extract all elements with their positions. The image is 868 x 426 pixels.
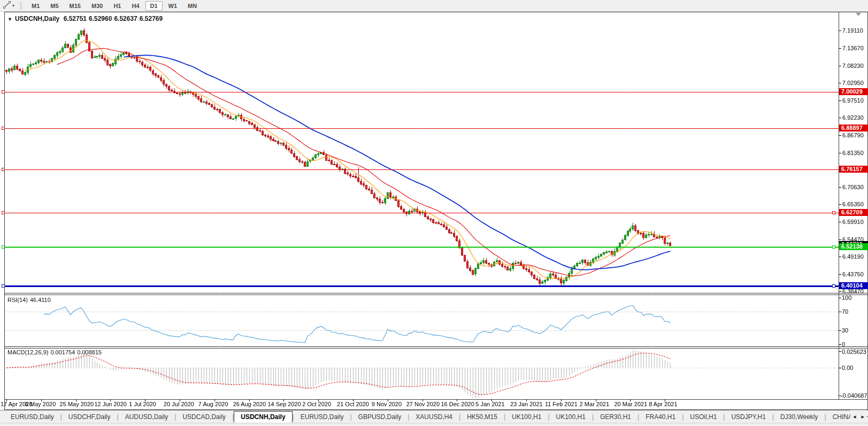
macd-axis-tick-zero: 0.00 bbox=[842, 365, 853, 371]
ohlc-close: 6.52769 bbox=[140, 15, 163, 22]
price-axis-tick: 6.97510 bbox=[842, 97, 864, 104]
date-axis-label: 6 May 2020 bbox=[25, 401, 56, 407]
chart-tab-ger30-h1[interactable]: GER30,H1 bbox=[594, 412, 637, 422]
chart-tabs: EURUSD,Daily|USDCHF,Daily|AUDUSD,Daily|U… bbox=[0, 410, 868, 423]
date-axis-label: 12 Jun 2020 bbox=[94, 401, 127, 407]
macd-signal-value: 0.008815 bbox=[77, 349, 102, 355]
level-price-label: 6.52138 bbox=[839, 243, 868, 250]
rsi-axis-tick: 70 bbox=[842, 308, 848, 315]
timeframe-button-w1[interactable]: W1 bbox=[164, 1, 182, 11]
chart-shift-marker[interactable] bbox=[856, 13, 861, 16]
chart-tab-eurusd-daily[interactable]: EURUSD,Daily bbox=[4, 412, 60, 422]
date-axis-label: 16 Dec 2020 bbox=[441, 401, 474, 407]
price-axis-tick: 6.59910 bbox=[842, 219, 864, 225]
level-price-label: 6.88897 bbox=[839, 125, 868, 131]
level-price-label: 7.00029 bbox=[839, 88, 868, 95]
timeframe-button-h4[interactable]: H4 bbox=[127, 1, 144, 11]
chart-title: ▼USDCNH,Daily 6.527516.529606.526376.527… bbox=[7, 15, 165, 22]
chart-tab-usoil-h1[interactable]: USOil,H1 bbox=[683, 412, 723, 422]
timeframe-button-m5[interactable]: M5 bbox=[45, 1, 63, 11]
price-axis-tick: 6.86790 bbox=[842, 132, 864, 138]
symbol-label: USDCNH,Daily bbox=[15, 15, 59, 22]
level-price-label: 6.76157 bbox=[839, 166, 868, 173]
timeframe-buttons: M1M5M15M30H1H4D1W1MN bbox=[26, 1, 202, 11]
rsi-name: RSI(14) bbox=[7, 297, 28, 303]
date-axis-label: 20 Jul 2020 bbox=[164, 401, 194, 407]
ohlc-low: 6.52637 bbox=[114, 15, 137, 22]
rsi-axis-tick: 30 bbox=[842, 327, 848, 334]
date-axis-label: 11 Feb 2021 bbox=[545, 401, 578, 407]
chart-tab-xauusd-h4[interactable]: XAUUSD,H4 bbox=[409, 412, 459, 422]
price-axis-tick: 6.81350 bbox=[842, 150, 864, 156]
chart-tab-fra40-h1[interactable]: FRA40,H1 bbox=[639, 412, 682, 422]
tab-scroll-left-icon[interactable]: ◂ bbox=[850, 412, 859, 421]
symbol-caret-icon[interactable]: ▼ bbox=[7, 17, 12, 22]
price-axis-tick: 7.08230 bbox=[842, 63, 864, 69]
price-axis-tick: 6.65350 bbox=[842, 201, 864, 207]
macd-axis-tick-min: -0.040687 bbox=[841, 392, 867, 399]
chart-tab-uk100-h1[interactable]: UK100,H1 bbox=[550, 412, 592, 422]
timeframe-button-d1[interactable]: D1 bbox=[145, 1, 163, 11]
macd-axis-tick-max: 0.025623 bbox=[842, 348, 866, 355]
timeframe-button-mn[interactable]: MN bbox=[183, 1, 202, 11]
macd-main-value: 0.001754 bbox=[50, 349, 75, 355]
date-axis-label: 21 Oct 2020 bbox=[337, 401, 369, 407]
ohlc-open: 6.52751 bbox=[64, 15, 87, 22]
date-axis-label: 25 May 2020 bbox=[60, 401, 94, 407]
price-axis-tick: 6.49190 bbox=[842, 253, 864, 260]
rsi-axis-tick: 0 bbox=[842, 341, 845, 347]
price-axis-tick: 7.19110 bbox=[842, 27, 863, 34]
chart-tab-gbpusd-daily[interactable]: GBPUSD,Daily bbox=[352, 412, 408, 422]
price-axis-tick: 7.02950 bbox=[842, 80, 864, 86]
chart-tab-usdcnh-daily[interactable]: USDCNH,Daily bbox=[234, 411, 292, 423]
macd-pane-label: MACD(12,26,9)0.0017540.008815 bbox=[7, 349, 104, 355]
date-axis-label: 23 Jan 2021 bbox=[510, 401, 543, 407]
date-axis-label: 5 Jan 2021 bbox=[475, 401, 504, 407]
chart-tab-uk100-h1[interactable]: UK100,H1 bbox=[505, 412, 548, 422]
level-price-label: 6.62709 bbox=[839, 209, 868, 216]
price-axis-tick: 7.13670 bbox=[842, 45, 864, 51]
toolbar: ▾ M1M5M15M30H1H4D1W1MN bbox=[0, 0, 868, 12]
rsi-axis-tick: 100 bbox=[842, 295, 851, 301]
mt4-window: ▾ M1M5M15M30H1H4D1W1MN ▼USDCNH,Daily 6.5… bbox=[0, 0, 868, 426]
date-axis-label: 20 Mar 2021 bbox=[614, 401, 647, 407]
date-axis-label: 9 Nov 2020 bbox=[372, 401, 402, 407]
tab-scroll-arrows: ◂ ▸ bbox=[850, 410, 867, 423]
price-axis-tick: 6.92230 bbox=[842, 114, 864, 121]
level-price-label: 6.40104 bbox=[839, 282, 868, 289]
ohlc-high: 6.52960 bbox=[89, 15, 112, 22]
rsi-pane-label: RSI(14)46.4110 bbox=[7, 297, 53, 303]
timeframe-button-m15[interactable]: M15 bbox=[65, 1, 86, 11]
chart-canvas[interactable] bbox=[0, 0, 868, 426]
chart-tab-usdcad-daily[interactable]: USDCAD,Daily bbox=[176, 412, 232, 422]
macd-name: MACD(12,26,9) bbox=[7, 349, 48, 355]
timeframe-button-h1[interactable]: H1 bbox=[109, 1, 126, 11]
chart-tab-usdjpy-h1[interactable]: USDJPY,H1 bbox=[725, 412, 772, 422]
price-axis-tick: 6.43750 bbox=[842, 271, 864, 277]
chart-tab-usdchf-daily[interactable]: USDCHF,Daily bbox=[62, 412, 117, 422]
date-axis-label: 7 Aug 2020 bbox=[198, 401, 228, 407]
chart-tab-audusd-daily[interactable]: AUDUSD,Daily bbox=[119, 412, 175, 422]
timeframe-button-m1[interactable]: M1 bbox=[27, 1, 44, 11]
line-tool-icon[interactable] bbox=[3, 1, 11, 11]
price-axis-tick: 6.70630 bbox=[842, 184, 864, 190]
chart-tab-hk50-m15[interactable]: HK50,M15 bbox=[460, 412, 504, 422]
date-axis-label: 14 Sep 2020 bbox=[267, 401, 301, 407]
toolbar-grip[interactable] bbox=[20, 2, 22, 10]
date-axis-label: 2 Oct 2020 bbox=[302, 401, 331, 407]
tab-scroll-right-icon[interactable]: ▸ bbox=[858, 412, 867, 421]
date-axis-label: 1 Jul 2020 bbox=[129, 401, 156, 407]
status-strip bbox=[0, 423, 868, 426]
timeframe-button-m30[interactable]: M30 bbox=[87, 1, 107, 11]
rsi-value: 46.4110 bbox=[30, 297, 51, 303]
dropdown-caret-icon[interactable]: ▾ bbox=[12, 3, 14, 8]
chart-tab-eurusd-daily[interactable]: EURUSD,Daily bbox=[294, 412, 350, 422]
date-axis-label: 26 Aug 2020 bbox=[233, 401, 266, 407]
date-axis-label: 27 Nov 2020 bbox=[406, 401, 440, 407]
chart-tab-dj30-weekly[interactable]: DJ30,Weekly bbox=[774, 412, 824, 422]
line-tool-group[interactable]: ▾ bbox=[0, 1, 18, 11]
date-axis-label: 2 Mar 2021 bbox=[580, 401, 610, 407]
date-axis-label: 8 Apr 2021 bbox=[649, 401, 677, 407]
